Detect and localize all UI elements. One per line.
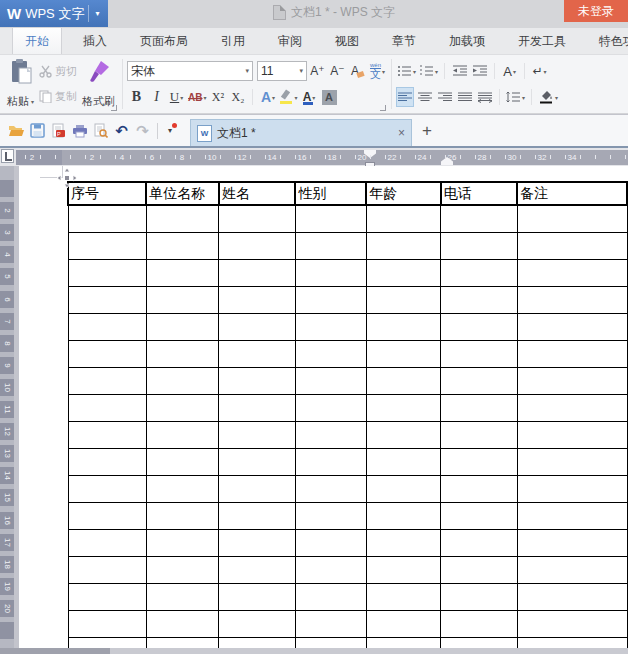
table-cell[interactable] bbox=[517, 368, 627, 395]
align-left-button[interactable] bbox=[396, 87, 414, 107]
table-cell[interactable] bbox=[517, 611, 627, 638]
table-cell[interactable] bbox=[517, 530, 627, 557]
table-cell[interactable] bbox=[68, 205, 146, 233]
table-cell[interactable] bbox=[146, 205, 219, 233]
align-center-button[interactable] bbox=[415, 87, 434, 107]
table-cell[interactable] bbox=[146, 314, 219, 341]
table-cell[interactable] bbox=[219, 557, 295, 584]
table-cell[interactable] bbox=[68, 530, 146, 557]
table-cell[interactable] bbox=[517, 503, 627, 530]
table-cell[interactable] bbox=[441, 476, 517, 503]
table-cell[interactable] bbox=[146, 287, 219, 314]
table-cell[interactable] bbox=[441, 449, 517, 476]
ribbon-tab-章节[interactable]: 章节 bbox=[380, 28, 428, 54]
table-cell[interactable] bbox=[441, 422, 517, 449]
table-cell[interactable] bbox=[517, 287, 627, 314]
underline-button[interactable]: U▾ bbox=[167, 87, 186, 107]
ribbon-tab-引用[interactable]: 引用 bbox=[209, 28, 257, 54]
table-cell[interactable] bbox=[366, 611, 441, 638]
table-cell[interactable] bbox=[295, 557, 366, 584]
table-cell[interactable] bbox=[68, 476, 146, 503]
bold-button[interactable]: B bbox=[127, 87, 146, 107]
table-cell[interactable] bbox=[295, 584, 366, 611]
login-button[interactable]: 未登录 bbox=[564, 0, 628, 22]
table-cell[interactable] bbox=[146, 233, 219, 260]
justify-button[interactable] bbox=[455, 87, 474, 107]
copy-button[interactable]: 复制 bbox=[39, 88, 77, 106]
table-cell[interactable] bbox=[441, 503, 517, 530]
font-dialog-launcher[interactable] bbox=[380, 105, 386, 111]
table-cell[interactable] bbox=[366, 503, 441, 530]
table-cell[interactable] bbox=[517, 205, 627, 233]
table-cell[interactable] bbox=[441, 205, 517, 233]
table-cell[interactable] bbox=[295, 341, 366, 368]
ribbon-tab-开发工具[interactable]: 开发工具 bbox=[506, 28, 578, 54]
table-cell[interactable] bbox=[441, 395, 517, 422]
strikethrough-button[interactable]: AB▾ bbox=[187, 87, 207, 107]
table-cell[interactable] bbox=[219, 314, 295, 341]
grow-font-button[interactable]: A⁺ bbox=[308, 61, 327, 81]
save-button[interactable] bbox=[27, 120, 48, 142]
highlight-button[interactable]: ▾ bbox=[278, 87, 298, 107]
table-cell[interactable] bbox=[441, 341, 517, 368]
ribbon-tab-审阅[interactable]: 审阅 bbox=[266, 28, 314, 54]
table-cell[interactable] bbox=[517, 584, 627, 611]
app-menu-caret-icon[interactable]: ▾ bbox=[88, 5, 106, 22]
print-preview-button[interactable] bbox=[90, 120, 111, 142]
bullet-list-button[interactable]: ▾ bbox=[396, 61, 417, 81]
ribbon-tab-加载项[interactable]: 加载项 bbox=[437, 28, 497, 54]
table-cell[interactable] bbox=[441, 611, 517, 638]
table-cell[interactable] bbox=[517, 233, 627, 260]
wps-app-button[interactable]: W WPS 文字 ▾ bbox=[0, 0, 108, 27]
table-cell[interactable] bbox=[295, 368, 366, 395]
change-case-button[interactable]: A▾ bbox=[500, 61, 519, 81]
char-shading-button[interactable]: A bbox=[320, 87, 339, 107]
table-cell[interactable] bbox=[146, 638, 219, 649]
table-cell[interactable] bbox=[295, 530, 366, 557]
table-cell[interactable] bbox=[517, 476, 627, 503]
table-cell[interactable] bbox=[366, 449, 441, 476]
table-cell[interactable] bbox=[219, 368, 295, 395]
table-cell[interactable] bbox=[517, 395, 627, 422]
column-header-备注[interactable]: 备注 bbox=[517, 182, 627, 205]
table-cell[interactable] bbox=[68, 557, 146, 584]
table-cell[interactable] bbox=[366, 530, 441, 557]
paragraph-mark-button[interactable]: ↵▾ bbox=[530, 61, 549, 81]
table-cell[interactable] bbox=[68, 341, 146, 368]
table-cell[interactable] bbox=[219, 476, 295, 503]
number-list-button[interactable]: ▾ bbox=[418, 61, 439, 81]
document-tab[interactable]: W 文档1 * × bbox=[190, 119, 412, 146]
customize-toolbar-button[interactable]: ▾ bbox=[162, 122, 178, 140]
table-cell[interactable] bbox=[146, 503, 219, 530]
document-table[interactable]: 序号单位名称姓名性别年龄电话备注 bbox=[67, 181, 628, 648]
table-cell[interactable] bbox=[366, 476, 441, 503]
column-header-序号[interactable]: 序号 bbox=[68, 182, 146, 205]
line-spacing-button[interactable]: ▾ bbox=[505, 87, 526, 107]
column-header-性别[interactable]: 性别 bbox=[295, 182, 366, 205]
column-header-姓名[interactable]: 姓名 bbox=[219, 182, 295, 205]
italic-button[interactable]: I bbox=[147, 87, 166, 107]
export-pdf-button[interactable]: P bbox=[48, 120, 69, 142]
open-button[interactable] bbox=[6, 120, 27, 142]
table-cell[interactable] bbox=[68, 395, 146, 422]
table-cell[interactable] bbox=[441, 260, 517, 287]
document-page[interactable]: 序号单位名称姓名性别年龄电话备注 bbox=[19, 166, 628, 648]
pinyin-guide-button[interactable]: wén文 ▾ bbox=[368, 61, 387, 81]
decrease-indent-button[interactable] bbox=[450, 61, 469, 81]
table-cell[interactable] bbox=[366, 557, 441, 584]
table-cell[interactable] bbox=[68, 287, 146, 314]
table-cell[interactable] bbox=[366, 314, 441, 341]
table-cell[interactable] bbox=[219, 233, 295, 260]
table-cell[interactable] bbox=[441, 584, 517, 611]
format-painter-button[interactable]: 格式刷 bbox=[79, 57, 118, 111]
table-cell[interactable] bbox=[295, 314, 366, 341]
undo-button[interactable]: ↶ bbox=[111, 120, 132, 142]
table-cell[interactable] bbox=[295, 611, 366, 638]
table-cell[interactable] bbox=[517, 638, 627, 649]
horizontal-ruler[interactable]: 2468101214161820222426283032342 bbox=[16, 150, 628, 165]
table-cell[interactable] bbox=[146, 422, 219, 449]
table-cell[interactable] bbox=[219, 449, 295, 476]
table-cell[interactable] bbox=[366, 638, 441, 649]
subscript-button[interactable]: X₂ bbox=[228, 87, 247, 107]
shrink-font-button[interactable]: A⁻ bbox=[328, 61, 347, 81]
